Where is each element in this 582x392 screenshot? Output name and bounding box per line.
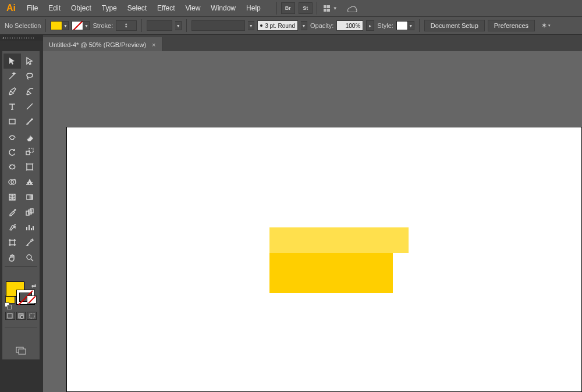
chevron-down-icon: ▼ <box>83 21 90 30</box>
fill-color-picker[interactable]: ▼ <box>51 21 69 30</box>
width-tool[interactable] <box>3 159 21 174</box>
chevron-down-icon[interactable]: ▼ <box>175 21 182 30</box>
shaper-tool[interactable] <box>3 129 21 144</box>
screen-mode-button[interactable] <box>3 344 38 357</box>
app-logo: Ai <box>5 2 17 15</box>
document-tab-strip: Untitled-4* @ 50% (RGB/Preview) × <box>43 35 582 51</box>
opacity-flyout[interactable]: ▸ <box>366 20 374 31</box>
menu-type[interactable]: Type <box>97 0 122 16</box>
perspective-grid-tool[interactable] <box>21 174 38 190</box>
style-swatch-icon <box>396 21 408 30</box>
zoom-tool[interactable] <box>21 250 38 265</box>
graphic-style-picker[interactable]: ▼ <box>396 21 414 30</box>
blend-tool[interactable] <box>21 205 38 220</box>
svg-rect-11 <box>10 240 15 245</box>
svg-point-12 <box>27 255 31 259</box>
chevron-down-icon: ▼ <box>408 21 414 30</box>
separator <box>419 19 420 32</box>
eyedropper-tool[interactable] <box>3 205 21 220</box>
preferences-button[interactable]: Preferences <box>488 20 535 31</box>
menu-select[interactable]: Select <box>123 0 151 16</box>
separator <box>186 19 187 32</box>
svg-rect-3 <box>27 164 33 170</box>
dot-icon <box>260 24 262 27</box>
close-tab-button[interactable]: × <box>152 41 155 48</box>
menu-edit[interactable]: Edit <box>44 0 65 16</box>
free-transform-tool[interactable] <box>21 159 38 174</box>
document-tab-title: Untitled-4* @ 50% (RGB/Preview) <box>49 41 146 48</box>
chevron-down-icon[interactable]: ▼ <box>248 21 254 30</box>
color-mode-none[interactable] <box>27 295 37 304</box>
svg-rect-13 <box>8 313 12 318</box>
svg-rect-18 <box>19 349 26 354</box>
separator <box>5 266 37 267</box>
direct-selection-tool[interactable] <box>21 54 38 69</box>
sync-settings-icon[interactable] <box>345 3 357 13</box>
symbol-sprayer-tool[interactable] <box>3 220 21 235</box>
stroke-swatch-icon <box>72 21 83 30</box>
magic-wand-tool[interactable] <box>3 69 21 84</box>
selection-tool[interactable] <box>3 54 21 69</box>
slice-tool[interactable] <box>21 235 38 250</box>
collapse-arrows-icon: ‹‹ <box>2 35 3 41</box>
type-tool[interactable] <box>3 99 21 114</box>
menu-object[interactable]: Object <box>66 0 96 16</box>
rectangle-tool[interactable] <box>3 114 21 129</box>
paintbrush-tool[interactable] <box>21 114 38 129</box>
fill-swatch-icon <box>51 21 62 30</box>
menu-help[interactable]: Help <box>242 0 265 16</box>
scale-tool[interactable] <box>21 144 38 159</box>
separator <box>276 2 277 15</box>
document-setup-button[interactable]: Document Setup <box>424 20 485 31</box>
rotate-tool[interactable] <box>3 144 21 159</box>
draw-behind-button[interactable] <box>16 312 26 320</box>
separator <box>5 327 37 327</box>
draw-normal-button[interactable] <box>5 312 15 320</box>
menu-file[interactable]: File <box>22 0 42 16</box>
default-colors-button[interactable] <box>5 302 12 309</box>
svg-rect-0 <box>9 119 15 124</box>
selection-status: No Selection <box>5 22 41 29</box>
workspace-icon <box>324 5 330 12</box>
stepper-icon: ▲▼ <box>125 23 128 28</box>
control-flyout-button[interactable]: ✶▾ <box>541 22 551 30</box>
gradient-tool[interactable] <box>21 190 38 205</box>
hand-tool[interactable] <box>3 250 21 265</box>
svg-point-15 <box>20 315 24 319</box>
line-segment-tool[interactable] <box>21 99 38 114</box>
eraser-tool[interactable] <box>21 129 38 144</box>
artboard[interactable] <box>66 127 582 392</box>
canvas-area[interactable] <box>43 51 582 392</box>
artwork-rectangle-light[interactable] <box>269 227 409 253</box>
opacity-input[interactable]: 100% <box>336 20 363 31</box>
stock-button[interactable]: St <box>299 2 313 14</box>
separator <box>45 19 46 32</box>
menu-window[interactable]: Window <box>206 0 240 16</box>
mesh-tool[interactable] <box>3 190 21 205</box>
swap-colors-button[interactable]: ⇄ <box>31 283 36 289</box>
pen-tool[interactable] <box>3 84 21 99</box>
document-tab[interactable]: Untitled-4* @ 50% (RGB/Preview) × <box>43 37 162 52</box>
stroke-weight-input[interactable]: ▲▼ <box>116 20 137 31</box>
draw-mode-row <box>3 311 38 321</box>
shape-builder-tool[interactable] <box>3 174 21 190</box>
artboard-tool[interactable] <box>3 235 21 250</box>
variable-width-profile[interactable] <box>147 20 172 31</box>
stroke-color-picker[interactable]: ▼ <box>72 21 90 30</box>
draw-inside-button[interactable] <box>27 312 37 320</box>
brush-definition[interactable] <box>191 20 245 31</box>
bridge-button[interactable]: Br <box>281 2 295 14</box>
lasso-tool[interactable] <box>21 69 38 84</box>
grip-icon <box>5 37 34 39</box>
chevron-down-icon[interactable]: ▼ <box>301 21 307 30</box>
svg-rect-7 <box>27 195 33 199</box>
svg-rect-16 <box>30 313 34 318</box>
menu-effect[interactable]: Effect <box>152 0 179 16</box>
curvature-tool[interactable] <box>21 84 38 99</box>
menu-view[interactable]: View <box>181 0 205 16</box>
stroke-profile[interactable]: 3 pt. Round <box>257 20 298 31</box>
panel-collapse-strip[interactable]: ‹‹ <box>0 35 43 41</box>
tools-panel: ⇄ <box>2 51 40 359</box>
workspace-switcher[interactable]: ▼ <box>324 5 338 12</box>
column-graph-tool[interactable] <box>21 220 38 235</box>
